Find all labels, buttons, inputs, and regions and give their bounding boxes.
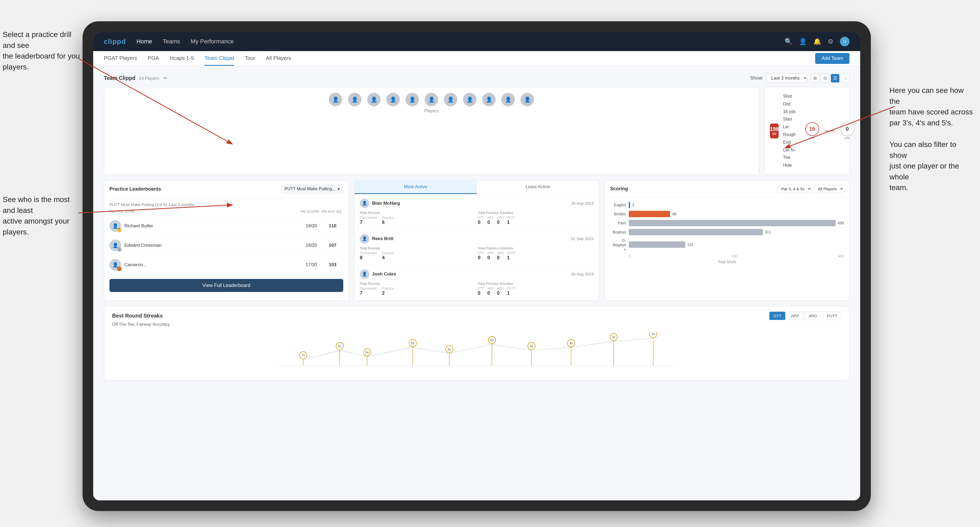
chart-bar (629, 241, 685, 248)
view-sort[interactable]: ↕ (841, 74, 850, 83)
team-header: Team Clippd 14 Players ✏ Show: Last 3 mo… (104, 73, 850, 83)
table-header: PLAYER NAME PB SCORE PB AVG SQ (110, 207, 343, 216)
sub-nav-pgat[interactable]: PGAT Players (104, 51, 137, 66)
player-avatar-10[interactable]: 👤 (501, 93, 515, 106)
search-icon[interactable]: 🔍 (784, 38, 792, 45)
player-avatar-4[interactable]: 👤 (386, 93, 400, 106)
svg-text:3x: 3x (612, 335, 616, 339)
player-avatar-9[interactable]: 👤 (482, 93, 496, 106)
player-score-1: 19/20 (301, 223, 322, 229)
scoring-header: Scoring Par 3, 4 & 5s All Players (605, 181, 849, 197)
player-avg-3: 103 (322, 262, 343, 268)
act-date-3: 26 Aug 2023 (571, 272, 593, 276)
sub-nav-all-players[interactable]: All Players (266, 51, 291, 66)
streaks-filter-arg[interactable]: ARG (805, 312, 821, 320)
nav-teams[interactable]: Teams (163, 38, 180, 45)
chart-axis-label: Total Shots (610, 260, 844, 264)
add-team-button[interactable]: Add Team (815, 53, 850, 64)
player-avg-2: 107 (322, 243, 343, 248)
player-avatar-6[interactable]: 👤 (425, 93, 438, 106)
view-list[interactable]: ☰ (831, 74, 839, 83)
view-icons: ⊞ ⊟ ☰ ↕ (811, 74, 850, 83)
chart-value: 499 (838, 221, 844, 225)
chart-label: Eagles (610, 203, 626, 207)
sub-nav-pga[interactable]: PGA (148, 51, 159, 66)
par-filter-select[interactable]: Par 3, 4 & 5s (777, 185, 812, 193)
chart-bar (629, 229, 763, 235)
table-row: 👤 3 Cameron... 17/20 103 (110, 255, 343, 275)
chart-bar-container: 311 (629, 229, 844, 235)
people-icon[interactable]: 👤 (799, 38, 807, 45)
player-avatar-5[interactable]: 👤 (405, 93, 419, 106)
svg-text:5x: 5x (448, 348, 451, 351)
sub-nav-team-clippd[interactable]: Team Clippd (205, 51, 234, 66)
player-thumb-3: 👤 3 (110, 259, 121, 271)
act-avatar-2: 👤 (360, 234, 369, 243)
sub-nav-hcaps[interactable]: Hcaps 1-5 (170, 51, 194, 66)
main-content: Team Clippd 14 Players ✏ Show: Last 3 mo… (93, 66, 860, 500)
scoring-title: Scoring (610, 186, 628, 192)
nav-my-performance[interactable]: My Performance (191, 38, 234, 45)
activity-item-2: 👤 Rees Britt 02 Sep 2023 Total Rounds (355, 230, 599, 265)
player-thumb-2: 👤 2 (110, 240, 121, 251)
players-filter-select[interactable]: All Players (814, 185, 844, 193)
annotation-top-left: Select a practice drill and seethe leade… (3, 29, 80, 72)
chart-value: 96 (672, 212, 676, 216)
sub-nav-tour[interactable]: Tour (245, 51, 255, 66)
player-name-3: Cameron... (124, 262, 147, 268)
shot-circle-right: 0 (840, 122, 854, 136)
activity-player-2: 👤 Rees Britt (360, 234, 393, 243)
chart-bar-container: 499 (629, 220, 844, 226)
logo: clippd (104, 38, 126, 46)
act-name-2: Rees Britt (372, 236, 393, 241)
svg-text:7x: 7x (301, 354, 305, 357)
view-grid-large[interactable]: ⊟ (821, 74, 829, 83)
bell-icon[interactable]: 🔔 (813, 38, 821, 45)
shot-line (824, 131, 835, 131)
chevron-down-icon: ▾ (338, 187, 340, 192)
streaks-filter-app[interactable]: APP (787, 312, 803, 320)
show-controls: Show: Last 3 months ⊞ ⊟ ☰ ↕ (750, 73, 850, 83)
player-avatar-7[interactable]: 👤 (444, 93, 458, 106)
streaks-title: Best Round Streaks (112, 313, 163, 319)
chart-value: 311 (765, 230, 771, 234)
act-name-3: Josh Coles (372, 271, 396, 277)
chart-row: Birdies 96 (610, 211, 844, 217)
medal-silver: 2 (117, 247, 122, 252)
scoring-chart: Eagles 3 Birdies 96 Pars 499 Bogeys (605, 197, 849, 268)
player-score-3: 17/20 (301, 262, 322, 268)
streaks-filter-ott[interactable]: OTT (769, 312, 785, 320)
player-avatar-2[interactable]: 👤 (348, 93, 362, 106)
player-avatar-3[interactable]: 👤 (367, 93, 381, 106)
act-avatar-1: 👤 (360, 198, 369, 208)
nav-home[interactable]: Home (137, 38, 152, 45)
tab-least-active[interactable]: Least Active (477, 181, 599, 194)
chart-value: 3 (632, 203, 634, 207)
period-select[interactable]: Last 3 months (767, 73, 807, 83)
player-name-1: Richard Butler (124, 223, 153, 229)
avatar[interactable]: U (840, 37, 850, 46)
view-leaderboard-button[interactable]: View Full Leaderboard (110, 279, 343, 292)
player-avatar-8[interactable]: 👤 (463, 93, 477, 106)
view-grid-small[interactable]: ⊞ (811, 74, 819, 83)
chart-bar (629, 220, 836, 226)
settings-icon[interactable]: ⚙ (828, 38, 834, 45)
act-date-1: 26 Aug 2023 (571, 201, 593, 205)
svg-text:3x: 3x (651, 332, 655, 336)
table-row: 👤 🥇 Richard Butler 19/20 110 (110, 216, 343, 236)
act-rounds-group-2: Total Rounds Tournament 8 Practice (360, 246, 476, 260)
streaks-filter-putt[interactable]: PUTT (823, 312, 841, 320)
player-avatar-11[interactable]: 👤 (520, 93, 534, 106)
tab-most-active[interactable]: Most Active (355, 181, 477, 194)
chart-value: 131 (687, 243, 694, 247)
act-avatar-3: 👤 (360, 269, 369, 279)
act-practice-group-1: Total Practice Activities OTT0 APP0 ARG0… (478, 211, 593, 225)
edit-icon[interactable]: ✏ (164, 75, 167, 81)
sub-nav: PGAT Players PGA Hcaps 1-5 Team Clippd T… (93, 51, 860, 66)
leaderboard-header: Practice Leaderboards PUTT Must Make Put… (104, 181, 348, 198)
drill-selector[interactable]: PUTT Must Make Putting... ▾ (281, 185, 343, 194)
player-score-2: 18/20 (301, 243, 322, 248)
nav-icons: 🔍 👤 🔔 ⚙ U (784, 37, 850, 46)
chart-row: D. Bogeys + 131 (610, 238, 844, 252)
player-avatar-1[interactable]: 👤 (329, 93, 342, 106)
